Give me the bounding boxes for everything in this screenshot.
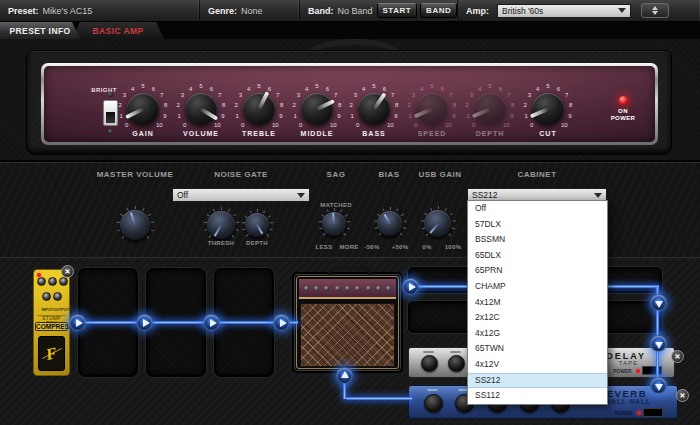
combo-knob: [345, 286, 350, 291]
cabinet-option[interactable]: Off: [468, 201, 607, 217]
pedal-knob[interactable]: [37, 277, 46, 286]
pedal-knob[interactable]: [48, 277, 57, 286]
noise-gate-label: NOISE GATE: [214, 170, 268, 179]
preset-section: Preset: Mike's AC15: [0, 0, 200, 21]
cabinet-option[interactable]: BSSMN: [468, 232, 607, 248]
rack-knob[interactable]: [448, 355, 465, 372]
amp-control-panel: BRIGHT 012345678910 GAIN 012345678910 VO…: [44, 66, 655, 142]
cabinet-option[interactable]: 2x12C: [468, 310, 607, 326]
amp-stepper[interactable]: [641, 3, 669, 18]
cabinet-option[interactable]: 57DLX: [468, 217, 607, 233]
preset-label: Preset:: [8, 6, 39, 16]
pedal-name-line2: COMPRESSOR: [35, 322, 68, 331]
signal-arrow-right-icon: [203, 314, 220, 331]
combo-control-panel: [299, 279, 396, 299]
chevron-down-icon: [594, 193, 602, 198]
amp-combo[interactable]: [292, 272, 403, 373]
delay-display: [642, 366, 662, 375]
tab-preset-info[interactable]: PRESET INFO: [0, 22, 80, 39]
stepper-up-icon[interactable]: [652, 6, 658, 10]
close-icon[interactable]: ✕: [671, 350, 684, 363]
rack-knob[interactable]: [421, 355, 438, 372]
cabinet-option[interactable]: 65TWN: [468, 341, 607, 357]
amp-knob[interactable]: 012345678910 DEPTH: [460, 81, 520, 143]
tab-basic-amp[interactable]: BASIC AMP: [72, 22, 164, 39]
amp-knob[interactable]: 012345678910 VOLUME: [171, 81, 231, 143]
power-label-on: ON: [595, 108, 651, 115]
combo-handle: [328, 267, 372, 276]
combo-knob: [376, 286, 381, 291]
reverb-power-label: POWER: [615, 410, 633, 415]
cabinet-option[interactable]: 4x12V: [468, 357, 607, 373]
genre-label: Genre:: [208, 6, 237, 16]
cabinet-option[interactable]: 65DLX: [468, 248, 607, 264]
pedal-knob[interactable]: [59, 277, 68, 286]
amp-knob[interactable]: 012345678910 MIDDLE: [287, 81, 347, 143]
cabinet-label: CABINET: [517, 170, 556, 179]
preset-value: Mike's AC15: [43, 6, 93, 16]
app-window: Preset: Mike's AC15 Genre: None Band: No…: [0, 0, 700, 425]
sag-label: SAG: [327, 170, 346, 179]
cabinet-option[interactable]: SS212: [468, 373, 607, 389]
noise-gate-thresh-knob[interactable]: [207, 211, 235, 239]
usb-gain-knob[interactable]: [424, 210, 451, 237]
amp-knob[interactable]: 012345678910 TREBLE: [229, 81, 289, 143]
usb-gain-max-label: 100%: [445, 244, 462, 250]
sag-knob[interactable]: [322, 212, 346, 236]
band-buttons: START BAND: [377, 3, 458, 18]
bias-min-label: -50%: [364, 244, 379, 250]
cabinet-option[interactable]: 4x12M: [468, 295, 607, 311]
rack-knob[interactable]: [424, 394, 443, 413]
close-icon[interactable]: ✕: [61, 265, 74, 278]
compressor-pedal[interactable]: INPUT OUTPUT STOMP BOX COMPRESSOR F: [33, 269, 70, 376]
combo-knob: [314, 286, 319, 291]
delay-power-label: POWER: [614, 368, 632, 373]
genre-section: Genre: None: [200, 0, 300, 21]
pedal-knob[interactable]: [42, 292, 51, 301]
bias-knob[interactable]: [377, 211, 402, 236]
stepper-down-icon[interactable]: [652, 11, 658, 15]
knob-label: SPEED: [402, 130, 462, 137]
cabinet-option[interactable]: 4x12G: [468, 326, 607, 342]
combo-knob: [324, 286, 329, 291]
genre-value: None: [241, 6, 263, 16]
amp-select[interactable]: British '60s: [497, 4, 631, 18]
signal-line: [70, 321, 298, 324]
cabinet-option[interactable]: CHAMP: [468, 279, 607, 295]
signal-arrow-right-icon: [402, 278, 419, 295]
close-icon[interactable]: ✕: [676, 389, 689, 402]
power-indicator: ON POWER: [595, 96, 651, 122]
amp-knob[interactable]: 012345678910 GAIN: [113, 81, 173, 143]
bias-label: BIAS: [378, 170, 399, 179]
combo-knob: [335, 286, 340, 291]
knob-label: DEPTH: [460, 130, 520, 137]
amp-knob[interactable]: 012345678910 CUT: [518, 81, 578, 143]
combo-knob: [304, 286, 309, 291]
bias-max-label: +50%: [392, 244, 409, 250]
noise-gate-depth-knob[interactable]: [245, 213, 269, 237]
pedal-knob[interactable]: [53, 292, 62, 301]
knob-label: CUT: [518, 130, 578, 137]
knob-label: BASS: [344, 130, 404, 137]
signal-arrow-down-icon: [650, 335, 667, 352]
band-button[interactable]: BAND: [420, 3, 457, 18]
amp-head: BRIGHT 012345678910 GAIN 012345678910 VO…: [26, 50, 672, 155]
chevron-down-icon: [618, 8, 626, 13]
signal-arrow-down-icon: [650, 294, 667, 311]
sag-less-label: LESS: [316, 244, 333, 250]
combo-grille: [300, 303, 395, 367]
signal-line: [346, 397, 412, 400]
amp-knob[interactable]: 012345678910 SPEED: [402, 81, 462, 143]
master-volume-knob[interactable]: [120, 210, 150, 240]
noise-gate-select[interactable]: Off: [172, 188, 310, 202]
cabinet-dropdown-list: Off57DLXBSSMN65DLX65PRNCHAMP4x12M2x12C4x…: [467, 200, 608, 405]
tab-bar: PRESET INFO BASIC AMP: [0, 22, 700, 39]
amp-knob[interactable]: 012345678910 BASS: [344, 81, 404, 143]
fender-script-logo-icon: F: [38, 336, 65, 371]
cabinet-option[interactable]: SS112: [468, 388, 607, 404]
pedal-io-labels: INPUT OUTPUT: [40, 308, 63, 312]
depth-label: DEPTH: [246, 240, 268, 246]
cabinet-option[interactable]: 65PRN: [468, 263, 607, 279]
start-button[interactable]: START: [377, 3, 418, 18]
power-label-power: POWER: [595, 115, 651, 122]
